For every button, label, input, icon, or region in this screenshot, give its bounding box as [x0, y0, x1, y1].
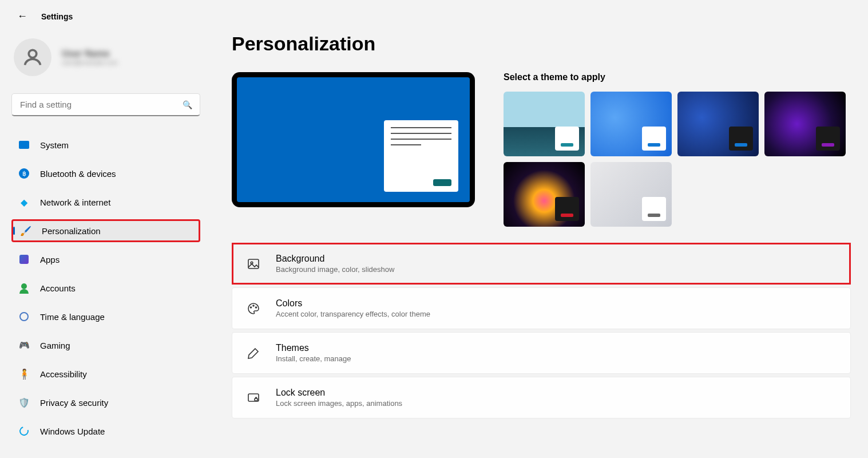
nav-label: Network & internet [40, 198, 110, 207]
nav-item-gaming[interactable]: 🎮Gaming [11, 334, 200, 357]
nav-item-personalization[interactable]: 🖌️Personalization [11, 219, 200, 242]
nav-item-apps[interactable]: Apps [11, 248, 200, 271]
nav-item-time[interactable]: Time & language [11, 305, 200, 328]
paintbrush-icon: 🖌️ [20, 225, 31, 236]
nav-item-network[interactable]: ◆Network & internet [11, 191, 200, 214]
setting-title: Colors [276, 298, 430, 309]
nav-item-update[interactable]: Windows Update [11, 420, 200, 443]
nav-item-accounts[interactable]: Accounts [11, 277, 200, 299]
nav-item-privacy[interactable]: 🛡️Privacy & security [11, 391, 200, 414]
svg-point-5 [256, 307, 257, 308]
wifi-icon: ◆ [18, 196, 30, 208]
setting-card-lockscreen[interactable]: Lock screen Lock screen images, apps, an… [232, 377, 851, 418]
nav-label: Windows Update [40, 427, 105, 436]
search-box: 🔍 [11, 93, 200, 116]
nav-label: System [40, 140, 69, 150]
clock-icon [18, 311, 30, 322]
setting-desc: Background image, color, slideshow [276, 265, 394, 274]
nav-label: Bluetooth & devices [40, 169, 116, 179]
setting-desc: Install, create, manage [276, 354, 351, 363]
shield-icon: 🛡️ [18, 397, 30, 408]
theme-tile-6[interactable] [590, 162, 672, 227]
svg-point-3 [251, 307, 252, 308]
search-icon: 🔍 [183, 100, 192, 109]
nav-label: Gaming [40, 341, 70, 350]
theme-tile-5[interactable] [504, 162, 585, 227]
settings-list: Background Background image, color, slid… [232, 243, 868, 418]
gamepad-icon: 🎮 [18, 339, 30, 351]
person-icon [18, 282, 30, 294]
palette-icon [246, 301, 261, 316]
user-name: User Name [62, 48, 118, 59]
nav-label: Time & language [40, 312, 105, 322]
svg-rect-1 [248, 259, 259, 269]
setting-title: Background [276, 254, 394, 264]
setting-desc: Lock screen images, apps, animations [276, 399, 402, 408]
theme-tile-2[interactable] [590, 92, 672, 156]
user-profile[interactable]: User Name user@example.com [11, 38, 200, 76]
theme-grid [504, 92, 846, 227]
desktop-preview [232, 72, 475, 207]
nav-item-accessibility[interactable]: 🧍Accessibility [11, 362, 200, 385]
accessibility-icon: 🧍 [18, 368, 30, 380]
theme-tile-1[interactable] [504, 92, 585, 156]
lock-screen-icon [246, 390, 261, 405]
svg-point-0 [29, 50, 37, 58]
nav-item-bluetooth[interactable]: ฿Bluetooth & devices [11, 162, 200, 185]
search-input[interactable] [11, 93, 200, 116]
page-title: Personalization [232, 33, 868, 55]
nav-label: Privacy & security [40, 398, 108, 408]
nav-label: Apps [40, 255, 60, 264]
setting-card-themes[interactable]: Themes Install, create, manage [232, 332, 851, 374]
app-title: Settings [41, 12, 73, 21]
main-content: Personalization Select a theme to apply [212, 33, 868, 448]
nav-list: System ฿Bluetooth & devices ◆Network & i… [11, 133, 200, 443]
bluetooth-icon: ฿ [18, 168, 30, 179]
themes-heading: Select a theme to apply [504, 72, 846, 82]
setting-card-colors[interactable]: Colors Accent color, transparency effect… [232, 287, 851, 329]
theme-tile-4[interactable] [764, 92, 846, 156]
setting-title: Lock screen [276, 388, 402, 398]
avatar-icon [14, 38, 51, 76]
svg-rect-7 [255, 398, 257, 401]
display-icon [18, 139, 30, 151]
sidebar: User Name user@example.com 🔍 System ฿Blu… [0, 33, 212, 448]
apps-icon [18, 254, 30, 265]
user-email: user@example.com [62, 59, 118, 66]
setting-title: Themes [276, 343, 351, 353]
image-icon [246, 256, 261, 271]
nav-label: Accessibility [40, 369, 87, 379]
update-icon [18, 425, 30, 437]
setting-card-background[interactable]: Background Background image, color, slid… [232, 243, 851, 285]
svg-point-4 [253, 305, 254, 306]
back-button[interactable]: ← [17, 10, 27, 22]
nav-label: Personalization [42, 226, 101, 236]
nav-item-system[interactable]: System [11, 133, 200, 156]
setting-desc: Accent color, transparency effects, colo… [276, 310, 430, 318]
theme-tile-3[interactable] [677, 92, 759, 156]
nav-label: Accounts [40, 283, 76, 293]
brush-icon [246, 346, 261, 361]
